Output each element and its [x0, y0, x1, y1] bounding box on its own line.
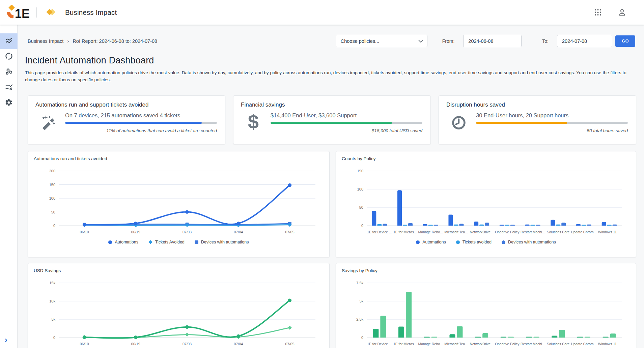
logo-swoosh	[7, 12, 13, 18]
legend-item[interactable]: Devices with automations	[502, 240, 556, 244]
breadcrumb-current: RoI Report: 2024-06-08 to: 2024-07-08	[73, 38, 157, 44]
go-button[interactable]: GO	[615, 35, 635, 47]
breadcrumb-root-link[interactable]: Business Impact	[28, 38, 63, 44]
svg-text:50: 50	[51, 210, 55, 214]
svg-text:Restart Machi...: Restart Machi...	[521, 230, 545, 234]
header-divider	[36, 7, 37, 18]
legend-marker-icon	[148, 240, 152, 244]
chart-title: USD Savings	[34, 268, 324, 276]
to-label: To:	[542, 38, 549, 44]
legend-item[interactable]: Tickets Avoided	[148, 240, 185, 244]
svg-text:Solutions Core: Solutions Core	[547, 230, 570, 234]
summary-cards: Automations run and support tickets avoi…	[28, 95, 636, 144]
svg-text:06/10: 06/10	[80, 342, 89, 346]
choose-policies-select[interactable]: Choose policies...	[336, 35, 427, 47]
summary-card-progress-fill	[65, 122, 202, 124]
svg-text:5k: 5k	[51, 317, 55, 321]
page-title: Incident Automation Dashboard	[25, 55, 644, 66]
sidebar-item-dashboards[interactable]	[0, 33, 18, 49]
chevron-down-icon	[418, 38, 423, 44]
from-label: From:	[442, 38, 455, 44]
svg-text:07/05: 07/05	[285, 230, 294, 234]
logo-diamond	[8, 5, 15, 11]
summary-card-note: 50 total hours saved	[476, 128, 628, 133]
svg-text:Solutions Core: Solutions Core	[547, 342, 570, 346]
chart-title: Counts by Policy	[342, 156, 630, 164]
svg-text:NetworkDrive...: NetworkDrive...	[470, 230, 493, 234]
line-chart-canvas: 05010015020006/1006/1907/0307/0407/05	[34, 166, 324, 237]
breadcrumb-separator-icon: ›	[67, 38, 69, 44]
svg-text:07/05: 07/05	[285, 342, 294, 346]
sidebar-item-progress[interactable]	[0, 49, 18, 64]
bar-chart-canvas: 0501001501E for Device ...1E for Micros.…	[342, 166, 630, 237]
svg-text:Microsoft Tea...: Microsoft Tea...	[444, 230, 468, 234]
summary-card-progress	[476, 122, 628, 124]
cluster-dots-icon	[5, 67, 13, 77]
legend-label: Devices with automations	[201, 240, 249, 244]
legend-marker-icon	[502, 240, 505, 244]
svg-text:150: 150	[357, 169, 363, 173]
svg-text:1E for Micros...: 1E for Micros...	[393, 230, 417, 234]
svg-text:10k: 10k	[49, 299, 55, 303]
svg-text:0: 0	[361, 224, 363, 228]
sidebar-expand-button[interactable]: ›	[5, 336, 7, 344]
sidebar-item-cluster[interactable]	[0, 64, 18, 80]
legend-item[interactable]: Automations	[416, 240, 446, 244]
svg-text:Manage Rebo...: Manage Rebo...	[418, 230, 443, 234]
legend-label: Devices with automations	[508, 240, 556, 244]
svg-text:06/10: 06/10	[80, 230, 89, 234]
legend-label: Automations	[115, 240, 138, 244]
summary-card-title: Automations run and support tickets avoi…	[35, 102, 218, 108]
from-date-input[interactable]	[463, 35, 522, 47]
chart-row-2: USD Savings05k10k15k06/1006/1907/0307/04…	[28, 263, 636, 348]
legend-marker-icon	[195, 240, 198, 244]
svg-text:NetworkDrive...: NetworkDrive...	[470, 342, 493, 346]
chart-title: Automations run and tickets avoided	[34, 156, 324, 164]
svg-text:100: 100	[357, 187, 363, 191]
legend-label: Tickets Avoided	[155, 240, 185, 244]
svg-text:Update Chrom...: Update Chrom...	[571, 342, 597, 346]
svg-text:06/19: 06/19	[131, 230, 140, 234]
app-title: Business Impact	[65, 8, 117, 17]
dollar-icon: $	[241, 112, 266, 133]
summary-card-note: $18,000 total USD saved	[271, 128, 422, 133]
svg-text:07/04: 07/04	[234, 230, 243, 234]
legend-marker-icon	[108, 240, 112, 244]
summary-card: Disruption hours saved30 End-User hours,…	[439, 95, 636, 144]
apps-grid-icon[interactable]	[593, 8, 602, 17]
business-impact-product-icon	[46, 8, 56, 17]
svg-text:0: 0	[53, 224, 55, 228]
svg-text:06/19: 06/19	[131, 342, 140, 346]
user-icon[interactable]	[618, 8, 626, 17]
svg-text:Microsoft Tea...: Microsoft Tea...	[444, 342, 468, 346]
gear-icon	[5, 98, 13, 108]
svg-text:200: 200	[49, 169, 55, 173]
svg-text:Windows 11 ...: Windows 11 ...	[598, 230, 621, 234]
main-content: Business Impact › RoI Report: 2024-06-08…	[18, 25, 644, 348]
svg-text:Update Chrom...: Update Chrom...	[571, 230, 597, 234]
svg-text:2.5k: 2.5k	[356, 317, 363, 321]
sidebar-item-checklist[interactable]	[0, 80, 18, 95]
svg-text:07/04: 07/04	[234, 342, 243, 346]
progress-circle-icon	[5, 52, 13, 62]
legend-item[interactable]: Devices with automations	[195, 240, 249, 244]
app-header: 1E Business Impact	[0, 0, 644, 25]
filter-bar: Choose policies... From: To: GO	[336, 35, 635, 47]
to-date-input[interactable]	[557, 35, 612, 47]
summary-card-title: Financial savings	[241, 102, 423, 108]
onee-logo[interactable]: 1E	[5, 5, 32, 20]
line-chart-canvas: 05k10k15k06/1006/1907/0307/0407/05	[34, 278, 324, 348]
summary-card: Automations run and support tickets avoi…	[28, 95, 225, 144]
trend-waves-icon	[5, 36, 13, 46]
svg-text:Onedrive Policy: Onedrive Policy	[495, 230, 520, 234]
sidebar-item-settings[interactable]	[0, 95, 18, 111]
svg-text:7.5k: 7.5k	[356, 281, 363, 285]
svg-text:1E for Device ...: 1E for Device ...	[367, 342, 392, 346]
svg-text:0: 0	[361, 336, 363, 340]
bar-chart-canvas: 02.5k5k7.5k1E for Device ...1E for Micro…	[342, 278, 630, 348]
legend-item[interactable]: Automations	[108, 240, 138, 244]
clock-icon	[446, 112, 471, 133]
legend-item[interactable]: Tickets avoided	[456, 240, 492, 244]
svg-text:100: 100	[49, 196, 55, 200]
magic-wand-icon	[35, 112, 60, 133]
